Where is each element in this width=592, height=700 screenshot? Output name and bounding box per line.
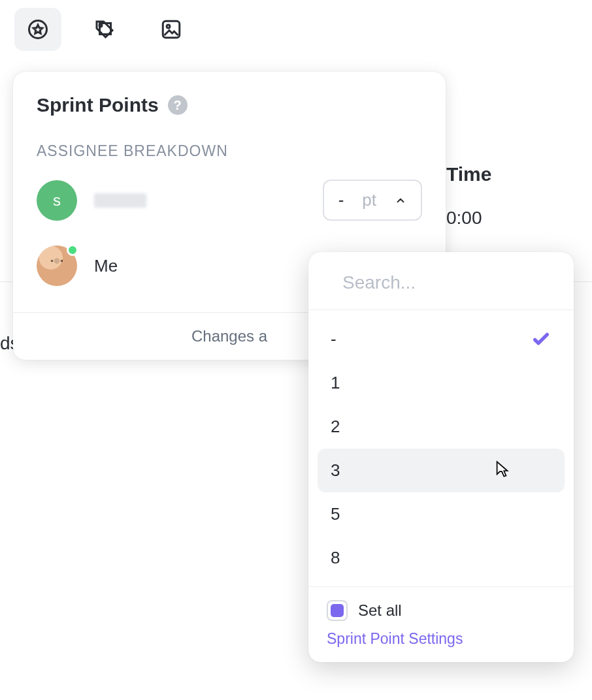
assignee-breakdown-heading: ASSIGNEE BREAKDOWN — [37, 142, 422, 160]
sprint-point-settings-link[interactable]: Sprint Point Settings — [327, 628, 463, 648]
image-icon — [159, 18, 183, 41]
points-value: - — [338, 190, 344, 210]
dropdown-option[interactable]: 8 — [318, 536, 565, 580]
points-icon-button[interactable] — [14, 8, 61, 51]
check-icon — [531, 328, 551, 349]
time-tracked-value: 0:00 — [446, 208, 482, 229]
svg-point-3 — [167, 25, 170, 28]
cursor-pointer-icon — [490, 460, 512, 482]
image-icon-button[interactable] — [148, 8, 195, 51]
dropdown-option-label: 3 — [331, 460, 340, 481]
avatar-wrapper[interactable] — [37, 246, 77, 286]
points-select[interactable]: - pt — [323, 180, 422, 221]
tag-icon — [93, 18, 116, 41]
dropdown-search-input[interactable] — [341, 272, 574, 294]
presence-indicator-icon — [67, 244, 78, 256]
popover-title: Sprint Points — [37, 94, 159, 116]
points-dropdown: - 1 2 3 5 8 Set all Sprint Point Set — [308, 252, 574, 662]
help-icon[interactable]: ? — [168, 95, 188, 115]
dropdown-option-label: - — [331, 329, 337, 349]
dropdown-option-label: 1 — [331, 373, 340, 393]
dropdown-option[interactable]: 1 — [318, 361, 565, 405]
assignee-name: Me — [94, 256, 118, 276]
assignee-name-redacted — [94, 193, 146, 208]
dropdown-option[interactable]: 5 — [318, 492, 565, 536]
dropdown-footer: Set all Sprint Point Settings — [308, 586, 574, 662]
dropdown-option-label: 8 — [331, 548, 340, 568]
dropdown-option[interactable]: 2 — [318, 405, 565, 449]
dropdown-options-list: - 1 2 3 5 8 — [308, 310, 574, 586]
top-icon-bar — [14, 8, 195, 51]
dropdown-search-row — [308, 252, 574, 310]
dropdown-option[interactable]: 3 — [318, 449, 565, 492]
assignee-row: s - pt — [37, 180, 422, 221]
points-unit: pt — [362, 190, 376, 210]
set-all-checkbox[interactable] — [327, 600, 348, 621]
set-all-row[interactable]: Set all — [327, 596, 559, 628]
dropdown-option[interactable]: - — [318, 317, 565, 361]
set-all-label: Set all — [358, 601, 402, 620]
dropdown-option-label: 2 — [331, 417, 340, 437]
chevron-up-icon — [395, 195, 406, 206]
time-tracked-label: Time — [446, 163, 491, 185]
dropdown-option-label: 5 — [331, 504, 340, 524]
star-badge-icon — [26, 18, 50, 41]
tag-icon-button[interactable] — [81, 8, 128, 51]
checkbox-checked-icon — [331, 604, 344, 617]
avatar[interactable]: s — [37, 180, 77, 221]
